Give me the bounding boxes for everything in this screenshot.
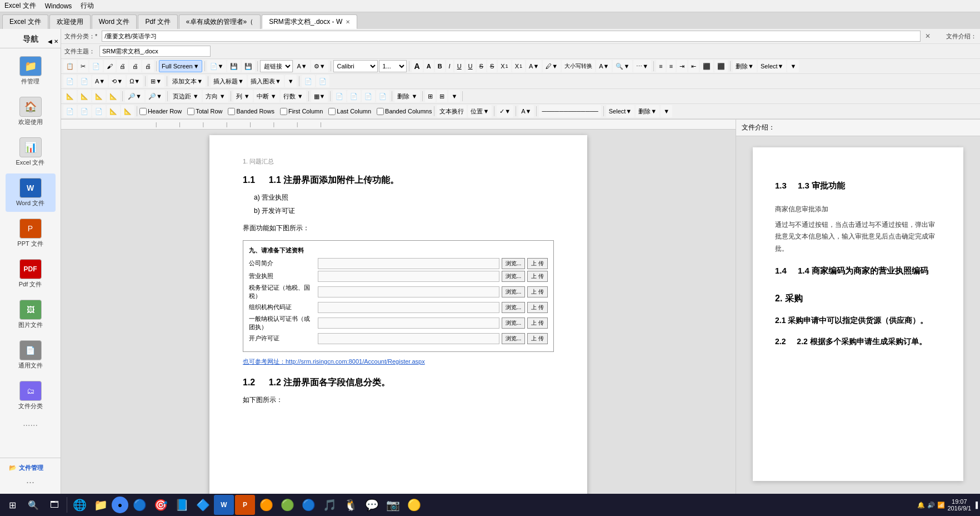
- font-select[interactable]: Calibri: [333, 60, 378, 72]
- tb3-doc2[interactable]: 📄: [347, 90, 361, 102]
- tab-mgr[interactable]: «卓有成效的管理者»（: [179, 14, 261, 29]
- addtextbox-btn[interactable]: 添加文本▼: [169, 75, 206, 87]
- tb3-btn2[interactable]: 📐: [78, 90, 91, 102]
- save-btn[interactable]: 💾: [227, 60, 241, 72]
- taskbar-word-btn[interactable]: W: [214, 495, 234, 515]
- browse-btn-0[interactable]: 浏览...: [502, 258, 525, 269]
- underline2-btn[interactable]: U: [466, 60, 476, 72]
- sidebar-item-ppt[interactable]: P PPT 文件: [6, 214, 56, 252]
- case-btn[interactable]: 大小写转换: [562, 60, 595, 72]
- doc-url[interactable]: 也可参考网址：http://srm.risingcn.com:8001/Acco…: [243, 358, 554, 366]
- tab-pdf[interactable]: Pdf 文件: [138, 14, 177, 29]
- print2-btn[interactable]: 🖨: [129, 60, 141, 72]
- taskbar-chrome-btn[interactable]: ●: [112, 497, 128, 513]
- style-settings-btn[interactable]: ⚙▼: [311, 60, 328, 72]
- tb4-btn3[interactable]: 📄: [92, 105, 106, 117]
- fullscreen-btn[interactable]: Full Screen ▼: [159, 60, 202, 72]
- select-btn[interactable]: Select▼: [758, 60, 786, 72]
- tb3-btn6[interactable]: 🔎▼: [146, 90, 165, 102]
- category-input[interactable]: [102, 31, 921, 42]
- style-select[interactable]: 超链接: [260, 60, 293, 72]
- tb4-more-btn[interactable]: ▼: [661, 105, 672, 117]
- tb3-compose2-btn[interactable]: ⊞: [437, 90, 447, 102]
- taskbar-qq-btn[interactable]: 🐧: [341, 495, 361, 515]
- sidebar-item-general[interactable]: 📄 通用文件: [6, 336, 56, 374]
- browse-btn-1[interactable]: 浏览...: [502, 271, 525, 282]
- category-clear-icon[interactable]: ✕: [925, 32, 931, 40]
- sidebar-item-word[interactable]: W Word 文件: [6, 173, 56, 212]
- menu-windows[interactable]: Windows: [45, 2, 72, 10]
- doc-tools-btn[interactable]: 📄▼: [207, 60, 227, 72]
- font3-btn[interactable]: A▼: [596, 60, 612, 72]
- align-left-btn[interactable]: ⬛: [700, 60, 713, 72]
- upload-input-0[interactable]: [318, 258, 499, 269]
- taskbar-volume-icon[interactable]: 🔊: [927, 502, 935, 509]
- upload-btn-2[interactable]: 上 传: [527, 286, 548, 297]
- tb3-btn4[interactable]: 📐: [107, 90, 120, 102]
- font-large-btn[interactable]: A: [412, 60, 423, 72]
- font-small-btn[interactable]: A: [424, 60, 434, 72]
- bold-btn[interactable]: B: [435, 60, 445, 72]
- browse-btn-5[interactable]: 浏览...: [502, 333, 525, 344]
- total-row-check[interactable]: Total Row: [187, 108, 222, 115]
- tb2-view1[interactable]: 📄: [302, 75, 315, 87]
- taskbar-app1-btn[interactable]: 🔵: [129, 495, 149, 515]
- upload-btn-3[interactable]: 上 传: [527, 302, 548, 313]
- textwrap-btn[interactable]: 文本换行: [437, 105, 467, 117]
- taskbar-app5-btn[interactable]: 🟠: [256, 495, 276, 515]
- delete-btn[interactable]: 删除▼: [733, 60, 757, 72]
- tab-srm[interactable]: SRM需求文档_.docx - W ✕: [262, 14, 357, 29]
- subscript-btn[interactable]: X1: [512, 60, 525, 72]
- sidebar-item-welcome[interactable]: 🏠 欢迎使用: [6, 92, 56, 131]
- tab-excel[interactable]: Excel 文件: [2, 14, 48, 29]
- tb3-doc4[interactable]: 📄: [376, 90, 389, 102]
- insert-chart-btn[interactable]: 插入图表▼: [248, 75, 284, 87]
- right-doc-scroll[interactable]: 1.3 1.3 审批功能 商家信息审批添加 通过与不通过按钮，当点击通过与不通过…: [736, 136, 980, 494]
- taskbar-network-icon[interactable]: 📶: [937, 502, 945, 509]
- paste-btn[interactable]: 📋: [63, 60, 77, 72]
- tb3-more-btn[interactable]: ▼: [448, 90, 460, 102]
- tb4-btn4[interactable]: 📐: [107, 105, 120, 117]
- taskbar-desktop-btn[interactable]: ▐: [973, 502, 978, 508]
- list2-btn[interactable]: ≡: [667, 60, 676, 72]
- cut-btn[interactable]: ✂: [78, 60, 88, 72]
- browse-btn-2[interactable]: 浏览...: [502, 286, 525, 297]
- tb2-btn5[interactable]: Ω▼: [127, 75, 143, 87]
- spellcheck-btn[interactable]: ✓▼: [497, 105, 513, 117]
- taskbar-app10-btn[interactable]: 🟡: [404, 495, 424, 515]
- taskbar-app2-btn[interactable]: 🎯: [151, 495, 171, 515]
- sidebar-collapse-btn[interactable]: ◀ ✕: [48, 38, 58, 44]
- print-btn[interactable]: 🖨: [117, 60, 128, 72]
- save2-btn[interactable]: 💾: [242, 60, 255, 72]
- italic-btn[interactable]: I: [446, 60, 453, 72]
- taskbar-app6-btn[interactable]: 🟢: [277, 495, 297, 515]
- midbreak-btn[interactable]: 中断 ▼: [254, 90, 279, 102]
- align-center-btn[interactable]: ⬛: [714, 60, 728, 72]
- strike-btn[interactable]: S: [477, 60, 486, 72]
- fontcolor2-btn[interactable]: A▼: [518, 105, 534, 117]
- banded-cols-check[interactable]: Banded Columns: [377, 108, 432, 115]
- outdent-btn[interactable]: ⇤: [688, 60, 699, 72]
- sidebar-item-category[interactable]: 🗂 文件分类: [6, 376, 56, 415]
- taskview-btn[interactable]: 🗔: [44, 495, 64, 515]
- tb3-btn1[interactable]: 📐: [63, 90, 77, 102]
- highlight-btn[interactable]: 🖊▼: [543, 60, 561, 72]
- upload-btn-1[interactable]: 上 传: [527, 271, 548, 282]
- start-btn[interactable]: ⊞: [2, 495, 22, 515]
- tb3-doc1[interactable]: 📄: [333, 90, 346, 102]
- upload-btn-5[interactable]: 上 传: [527, 333, 548, 344]
- tb3-doc3[interactable]: 📄: [362, 90, 375, 102]
- taskbar-app8-btn[interactable]: 🎵: [319, 495, 339, 515]
- select2-btn[interactable]: Select▼: [606, 105, 634, 117]
- browse-btn-3[interactable]: 浏览...: [502, 302, 525, 313]
- tb3-del-btn[interactable]: 删除 ▼: [394, 90, 420, 102]
- menu-excel[interactable]: Excel 文件: [4, 1, 36, 11]
- copy-btn[interactable]: 📄: [89, 60, 103, 72]
- sidebar-file-mgr-btn[interactable]: 📂 文件管理: [6, 462, 56, 474]
- upload-btn-4[interactable]: 上 传: [527, 317, 548, 329]
- sidebar-item-pdf[interactable]: PDF Pdf 文件: [6, 255, 56, 293]
- tb3-compose-btn[interactable]: ⊞: [425, 90, 436, 102]
- indent-btn[interactable]: ⇥: [677, 60, 687, 72]
- tb2-btn2[interactable]: 📄: [78, 75, 91, 87]
- header-row-check[interactable]: Header Row: [139, 108, 182, 115]
